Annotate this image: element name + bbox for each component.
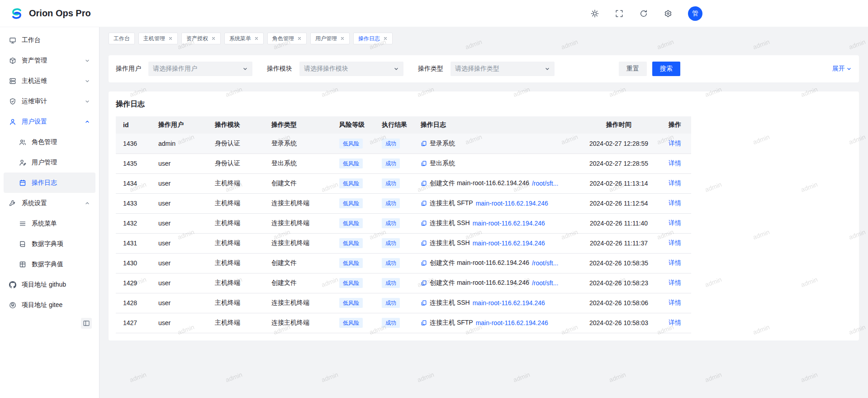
avatar[interactable]: 管 — [688, 6, 702, 21]
close-icon[interactable] — [254, 36, 259, 41]
cell-log: 登出系统 — [413, 153, 576, 173]
settings-button[interactable] — [664, 9, 673, 18]
sidebar-item-github[interactable]: 项目地址 github — [4, 274, 95, 295]
filter-label: 操作类型 — [418, 65, 443, 73]
column-header: 操作 — [661, 116, 691, 134]
cell-type: 连接主机终端 — [264, 233, 332, 253]
cell-action: 详情 — [661, 173, 691, 193]
sidebar-item-label: 主机运维 — [22, 77, 47, 85]
cell-id: 1435 — [116, 153, 151, 173]
role-icon — [19, 139, 26, 146]
cell-risk: 低风险 — [332, 153, 375, 173]
close-icon[interactable] — [340, 36, 345, 41]
refresh-button[interactable] — [639, 9, 648, 18]
detail-link[interactable]: 详情 — [669, 279, 681, 286]
cell-log: 创建文件 main-root-116.62.194.246 /root/sft.… — [413, 273, 576, 293]
filter-actions: 重置 搜索 展开 — [619, 62, 852, 76]
log-link[interactable]: main-root-116.62.194.246 — [473, 220, 545, 227]
close-icon[interactable] — [211, 36, 216, 41]
tab-4[interactable]: 角色管理 — [267, 33, 307, 44]
result-badge: 成功 — [382, 178, 400, 188]
log-link[interactable]: /root/sft... — [532, 279, 558, 287]
tab-0[interactable]: 工作台 — [109, 33, 135, 44]
sidebar-item-ops-audit[interactable]: 运维审计 — [4, 91, 95, 111]
sidebar-item-op-log[interactable]: 操作日志 — [4, 173, 95, 193]
tab-1[interactable]: 主机管理 — [138, 33, 178, 44]
log-link[interactable]: main-root-116.62.194.246 — [476, 319, 548, 326]
cell-user: user — [151, 233, 208, 253]
risk-badge: 低风险 — [339, 198, 363, 208]
log-text: 连接主机 SSH — [430, 239, 470, 247]
sidebar-item-dict-value[interactable]: 数据字典值 — [4, 254, 95, 274]
theme-button[interactable] — [590, 9, 599, 18]
tab-3[interactable]: 系统菜单 — [224, 33, 264, 44]
risk-badge: 低风险 — [339, 258, 363, 268]
close-icon[interactable] — [297, 36, 302, 41]
cell-module: 主机终端 — [208, 273, 264, 293]
filter-select-1[interactable]: 请选择操作模块 — [299, 62, 403, 76]
filter-field-2: 操作类型 请选择操作类型 — [418, 62, 555, 76]
reset-button[interactable]: 重置 — [619, 62, 647, 76]
search-button[interactable]: 搜索 — [652, 62, 680, 76]
sidebar-item-workbench[interactable]: 工作台 — [4, 30, 95, 50]
tab-6[interactable]: 操作日志 — [353, 33, 393, 44]
sidebar-item-asset-mgmt[interactable]: 资产管理 — [4, 50, 95, 71]
column-header: 操作模块 — [208, 116, 264, 134]
chevron-down-icon — [85, 58, 90, 63]
close-icon[interactable] — [168, 36, 173, 41]
watermark-text: admin — [512, 371, 531, 384]
expand-toggle[interactable]: 展开 — [832, 65, 852, 73]
detail-link[interactable]: 详情 — [669, 219, 681, 226]
log-link[interactable]: main-root-116.62.194.246 — [473, 299, 545, 307]
watermark-text: admin — [320, 371, 339, 384]
cell-time: 2024-02-26 10:58:23 — [576, 273, 661, 293]
filter-select-0[interactable]: 请选择操作用户 — [148, 62, 252, 76]
log-text: 创建文件 main-root-116.62.194.246 — [430, 279, 529, 287]
cell-user: user — [151, 153, 208, 173]
tab-2[interactable]: 资产授权 — [181, 33, 221, 44]
sidebar-item-label: 系统菜单 — [32, 220, 57, 228]
detail-link[interactable]: 详情 — [669, 159, 681, 167]
detail-link[interactable]: 详情 — [669, 179, 681, 187]
close-icon[interactable] — [383, 36, 388, 41]
detail-link[interactable]: 详情 — [669, 139, 681, 147]
cell-log: 连接主机 SSH main-root-116.62.194.246 — [413, 213, 576, 233]
detail-link[interactable]: 详情 — [669, 319, 681, 326]
copy-icon — [421, 200, 427, 206]
cell-action: 详情 — [661, 313, 691, 333]
risk-badge: 低风险 — [339, 278, 363, 288]
tab-label: 操作日志 — [358, 35, 380, 43]
sidebar-item-gitee[interactable]: 项目地址 gitee — [4, 295, 95, 315]
sidebar-item-dict-item[interactable]: 数据字典项 — [4, 234, 95, 254]
cell-log: 连接主机 SSH main-root-116.62.194.246 — [413, 233, 576, 253]
filter-field-1: 操作模块 请选择操作模块 — [267, 62, 403, 76]
sidebar-item-host-ops[interactable]: 主机运维 — [4, 71, 95, 91]
filter-select-2[interactable]: 请选择操作类型 — [451, 62, 555, 76]
sidebar-item-role-mgmt[interactable]: 角色管理 — [4, 132, 95, 152]
app-title: Orion Ops Pro — [29, 8, 91, 19]
sidebar-item-system-settings[interactable]: 系统设置 — [4, 193, 95, 213]
detail-link[interactable]: 详情 — [669, 199, 681, 206]
risk-badge: 低风险 — [339, 218, 363, 228]
detail-link[interactable]: 详情 — [669, 299, 681, 306]
expand-label: 展开 — [832, 65, 845, 73]
cell-action: 详情 — [661, 273, 691, 293]
sidebar-item-user-settings[interactable]: 用户设置 — [4, 111, 95, 132]
log-link[interactable]: main-root-116.62.194.246 — [476, 200, 548, 207]
detail-link[interactable]: 详情 — [669, 239, 681, 246]
log-link[interactable]: /root/sft... — [532, 180, 558, 187]
cell-result: 成功 — [375, 134, 413, 153]
sidebar-collapse-button[interactable] — [81, 318, 92, 329]
log-link[interactable]: /root/sft... — [532, 259, 558, 267]
sidebar-item-system-menu[interactable]: 系统菜单 — [4, 213, 95, 234]
tab-5[interactable]: 用户管理 — [310, 33, 350, 44]
table-row: 1435 user 身份认证 登出系统 低风险 成功 登出系统 2024-02-… — [116, 153, 691, 173]
sidebar-item-user-mgmt[interactable]: 用户管理 — [4, 152, 95, 173]
risk-badge: 低风险 — [339, 158, 363, 168]
cell-result: 成功 — [375, 153, 413, 173]
detail-link[interactable]: 详情 — [669, 259, 681, 266]
log-link[interactable]: main-root-116.62.194.246 — [473, 240, 545, 247]
cell-risk: 低风险 — [332, 233, 375, 253]
fullscreen-button[interactable] — [615, 9, 624, 18]
grid-icon — [19, 261, 26, 268]
